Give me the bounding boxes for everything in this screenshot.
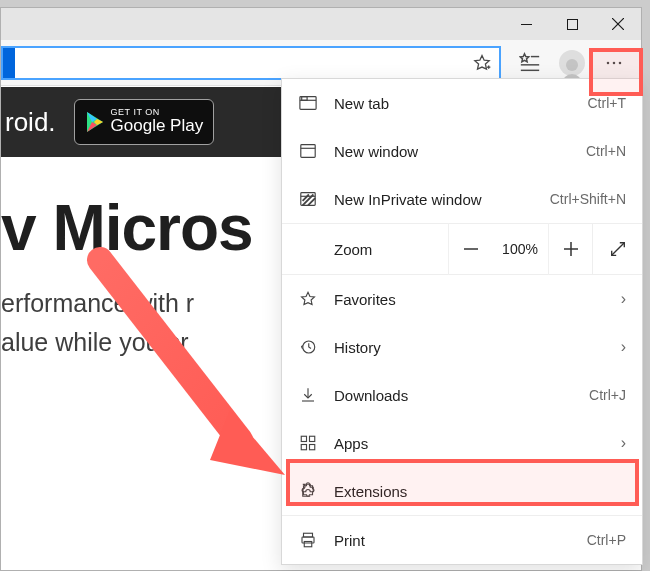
history-icon — [298, 338, 318, 356]
svg-rect-31 — [310, 445, 315, 450]
svg-point-10 — [613, 61, 616, 64]
menu-shortcut: Ctrl+N — [586, 143, 626, 159]
menu-label: New tab — [334, 95, 572, 112]
menu-label: New window — [334, 143, 570, 160]
new-tab-icon — [298, 94, 318, 112]
new-window-icon — [298, 142, 318, 160]
chevron-right-icon: › — [621, 434, 626, 452]
download-icon — [298, 386, 318, 404]
settings-menu: New tab Ctrl+T New window Ctrl+N New InP… — [281, 78, 643, 565]
maximize-button[interactable] — [549, 8, 595, 40]
menu-new-inprivate[interactable]: New InPrivate window Ctrl+Shift+N — [282, 175, 642, 223]
menu-shortcut: Ctrl+Shift+N — [550, 191, 626, 207]
menu-label: History — [334, 339, 605, 356]
google-play-badge[interactable]: GET IT ON Google Play — [74, 99, 215, 145]
menu-label: Favorites — [334, 291, 605, 308]
zoom-in-button[interactable] — [548, 223, 592, 275]
svg-rect-28 — [301, 436, 306, 441]
zoom-value: 100% — [492, 241, 548, 257]
menu-downloads[interactable]: Downloads Ctrl+J — [282, 371, 642, 419]
close-button[interactable] — [595, 8, 641, 40]
svg-rect-29 — [310, 436, 315, 441]
zoom-out-button[interactable] — [448, 223, 492, 275]
extensions-icon — [298, 482, 318, 500]
svg-point-11 — [619, 61, 622, 64]
menu-shortcut: Ctrl+J — [589, 387, 626, 403]
svg-rect-34 — [304, 542, 312, 547]
star-icon — [298, 290, 318, 308]
minimize-button[interactable] — [503, 8, 549, 40]
menu-zoom-row: Zoom 100% — [282, 223, 642, 275]
chevron-right-icon: › — [621, 290, 626, 308]
menu-label: Downloads — [334, 387, 573, 404]
menu-new-tab[interactable]: New tab Ctrl+T — [282, 79, 642, 127]
menu-extensions[interactable]: Extensions — [282, 467, 642, 515]
svg-rect-19 — [301, 145, 315, 158]
selection-caret — [3, 48, 15, 78]
address-bar[interactable] — [1, 46, 501, 80]
svg-rect-18 — [302, 97, 307, 101]
menu-label: Apps — [334, 435, 605, 452]
menu-print[interactable]: Print Ctrl+P — [282, 516, 642, 564]
menu-label: Print — [334, 532, 571, 549]
menu-label: Extensions — [334, 483, 626, 500]
menu-shortcut: Ctrl+P — [587, 532, 626, 548]
svg-rect-16 — [300, 97, 316, 110]
zoom-label: Zoom — [282, 241, 448, 258]
inprivate-icon — [298, 190, 318, 208]
avatar-icon — [559, 50, 585, 76]
play-badge-text: GET IT ON Google Play — [111, 108, 204, 136]
play-big: Google Play — [111, 117, 204, 136]
print-icon — [298, 531, 318, 549]
svg-rect-30 — [301, 445, 306, 450]
menu-shortcut: Ctrl+T — [588, 95, 627, 111]
menu-apps[interactable]: Apps › — [282, 419, 642, 467]
fullscreen-button[interactable] — [592, 223, 642, 275]
menu-history[interactable]: History › — [282, 323, 642, 371]
menu-label: New InPrivate window — [334, 191, 534, 208]
apps-icon — [298, 434, 318, 452]
titlebar — [1, 8, 641, 40]
chevron-right-icon: › — [621, 338, 626, 356]
menu-new-window[interactable]: New window Ctrl+N — [282, 127, 642, 175]
svg-rect-1 — [567, 19, 577, 29]
banner-text: roid. — [5, 107, 56, 138]
menu-favorites[interactable]: Favorites › — [282, 275, 642, 323]
add-favorite-icon[interactable] — [465, 46, 499, 80]
svg-point-9 — [607, 61, 610, 64]
